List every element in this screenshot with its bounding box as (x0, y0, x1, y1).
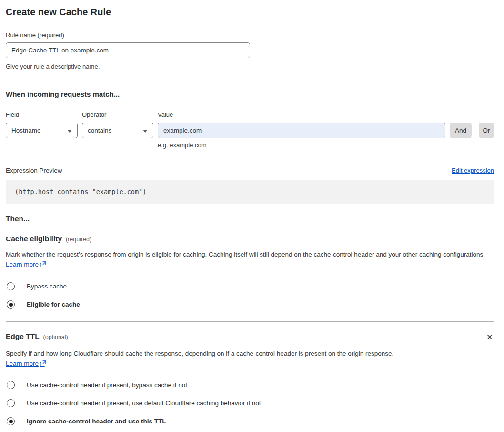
radio-label: Bypass cache (27, 283, 67, 290)
page-title: Create new Cache Rule (6, 7, 494, 18)
radio-use-header-bypass[interactable]: Use cache-control header if present, byp… (6, 381, 494, 389)
operator-select-value: contains (88, 127, 111, 134)
edge-ttl-qualifier: (optional) (43, 334, 68, 340)
radio-label: Use cache-control header if present, use… (27, 400, 261, 407)
radio-checked-icon (7, 300, 15, 309)
edge-ttl-title: Edge TTL (6, 332, 40, 341)
then-heading: Then... (6, 215, 494, 223)
and-button[interactable]: And (450, 123, 472, 138)
value-input[interactable] (158, 123, 445, 138)
section-divider (6, 81, 494, 81)
radio-label: Ignore cache-control header and use this… (27, 418, 166, 425)
radio-label: Eligible for cache (27, 301, 80, 308)
field-label: Field (6, 111, 78, 118)
edge-ttl-description-text: Specify if and how long Cloudflare shoul… (6, 350, 393, 357)
create-cache-rule-form: Create new Cache Rule Rule name (require… (0, 0, 504, 432)
radio-icon (7, 381, 15, 389)
rule-name-helper: Give your rule a descriptive name. (6, 63, 494, 70)
expression-preview-code: (http.host contains "example.com") (6, 180, 494, 204)
value-label: Value (158, 111, 445, 118)
cache-eligibility-title: Cache eligibility (6, 235, 62, 243)
match-condition-row: Field Operator Value Hostname contains A… (6, 111, 494, 149)
radio-ignore-header-use-ttl[interactable]: Ignore cache-control header and use this… (6, 417, 494, 425)
radio-icon (7, 399, 15, 407)
radio-use-header-default[interactable]: Use cache-control header if present, use… (6, 399, 494, 407)
rule-name-input[interactable] (6, 42, 250, 58)
section-divider (6, 321, 494, 322)
edge-ttl-learn-more-link[interactable]: Learn more (6, 360, 39, 367)
field-select[interactable]: Hostname (6, 123, 78, 138)
chevron-down-icon (143, 130, 148, 133)
radio-checked-icon (7, 417, 15, 425)
cache-eligibility-qualifier: (required) (66, 236, 91, 243)
chevron-down-icon (67, 130, 72, 133)
cache-eligibility-description-text: Mark whether the request’s response from… (6, 251, 485, 258)
operator-select[interactable]: contains (82, 123, 153, 138)
radio-icon (7, 282, 15, 290)
cache-eligibility-learn-more-link[interactable]: Learn more (6, 261, 39, 268)
cache-eligibility-description: Mark whether the request’s response from… (6, 249, 494, 270)
close-icon[interactable]: ✕ (485, 332, 494, 342)
operator-label: Operator (82, 111, 153, 118)
external-link-icon (40, 260, 46, 270)
or-button[interactable]: Or (479, 123, 494, 138)
match-section-heading: When incoming requests match... (6, 90, 494, 98)
radio-label: Use cache-control header if present, byp… (27, 381, 187, 389)
radio-bypass-cache[interactable]: Bypass cache (6, 282, 494, 290)
external-link-icon (40, 360, 46, 370)
expression-preview-label: Expression Preview (6, 167, 62, 174)
radio-eligible-for-cache[interactable]: Eligible for cache (6, 300, 494, 309)
field-select-value: Hostname (11, 127, 41, 134)
rule-name-label: Rule name (required) (6, 31, 494, 39)
edge-ttl-description: Specify if and how long Cloudflare shoul… (6, 349, 402, 370)
value-helper: e.g. example.com (158, 142, 445, 149)
edit-expression-link[interactable]: Edit expression (452, 167, 494, 174)
